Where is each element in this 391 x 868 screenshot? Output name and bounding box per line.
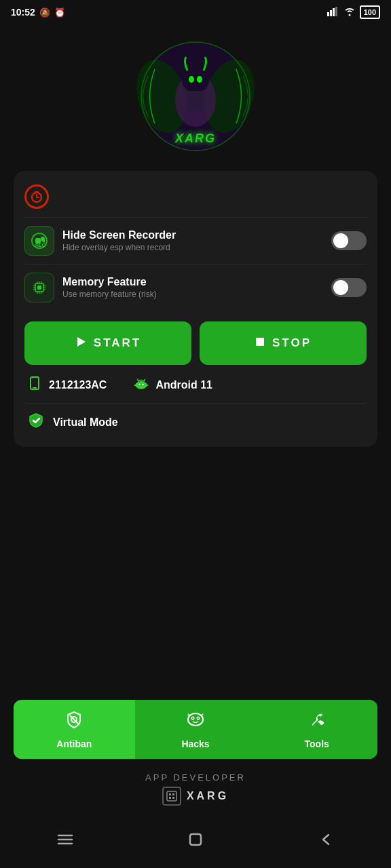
svg-rect-0 [327,12,329,16]
developer-brand: XARG [0,787,391,806]
svg-rect-25 [37,285,41,290]
svg-rect-41 [33,387,37,389]
svg-line-46 [138,380,139,382]
svg-point-55 [192,717,193,719]
svg-rect-43 [136,383,147,387]
svg-rect-67 [190,834,201,845]
feature-memory-text: Memory Feature Use memory feature (risk) [62,276,157,299]
feature-hide-recorder-text: Hide Screen Recorder Hide overlay esp wh… [62,229,176,252]
tab-hacks-label: Hacks [181,738,209,749]
button-row: START STOP [24,321,367,365]
virtual-mode-text: Virtual Mode [53,416,118,429]
device-id-item: 2112123AC [27,376,107,395]
brand-name: XARG [187,790,229,802]
logo-container: XARG [134,35,257,157]
phone-icon [27,376,42,395]
hacks-icon [185,709,206,734]
status-left: 10:52 🔕 ⏰ [11,7,65,18]
toggle-memory[interactable] [331,278,367,297]
svg-text:XARG: XARG [174,132,216,145]
battery-indicator: 100 [360,5,380,19]
bottom-tabs: Antiban Hacks Tools [14,700,377,759]
start-label: START [94,336,141,350]
svg-line-57 [188,714,190,716]
stop-label: STOP [272,336,312,350]
tab-antiban-label: Antiban [56,738,92,749]
back-button[interactable] [311,825,341,854]
svg-point-10 [189,76,194,83]
timer-row [24,182,367,217]
svg-line-58 [201,714,203,716]
svg-point-44 [139,384,141,385]
svg-rect-3 [335,7,337,16]
svg-line-47 [144,380,145,382]
logo-area: XARG [0,22,391,164]
android-version-item: Android 11 [134,376,212,395]
feature-hide-recorder-left: REC Hide Screen Recorder Hide overlay es… [24,226,176,256]
svg-point-11 [197,76,202,83]
device-id-text: 2112123AC [49,379,107,391]
main-card: REC Hide Screen Recorder Hide overlay es… [14,171,377,447]
device-info-row: 2112123AC Android 11 [24,365,367,400]
tab-antiban[interactable]: Antiban [14,700,135,759]
home-button[interactable] [181,825,210,854]
feature-hide-recorder-title: Hide Screen Recorder [62,229,176,241]
status-bar: 10:52 🔕 ⏰ 100 [0,0,391,22]
developer-footer: App Developer XARG [0,766,391,816]
mute-icon: 🔕 [39,7,50,18]
shield-check-icon [27,412,45,433]
android-version-text: Android 11 [155,379,212,391]
developer-label: App Developer [0,772,391,783]
cpu-icon-box [24,273,54,302]
svg-rect-62 [169,797,171,799]
signal-icon [327,7,339,18]
timer-icon [24,184,49,209]
menu-button[interactable] [50,825,80,854]
svg-point-52 [188,713,203,726]
antiban-icon [64,709,84,734]
feature-memory: Memory Feature Use memory feature (risk) [24,264,367,311]
svg-rect-12 [187,91,204,111]
feature-hide-screen-recorder: REC Hide Screen Recorder Hide overlay es… [24,217,367,264]
feature-hide-recorder-subtitle: Hide overlay esp when record [62,243,176,252]
toggle-hide-recorder[interactable] [331,231,367,250]
rec-icon-box: REC [24,226,54,256]
svg-point-56 [198,717,199,719]
svg-point-4 [348,14,350,16]
stop-icon [255,336,265,351]
system-nav [0,816,391,868]
alarm-icon: ⏰ [54,7,65,18]
svg-rect-63 [172,797,174,799]
svg-rect-61 [172,793,174,795]
svg-rect-1 [330,10,332,16]
svg-rect-59 [167,791,176,801]
svg-rect-2 [333,8,335,16]
svg-rect-60 [169,793,171,795]
logo-svg: XARG [134,35,257,157]
stop-button[interactable]: STOP [200,321,367,365]
toggle-hide-recorder-slider [331,231,367,250]
status-right: 100 [327,5,380,19]
time-display: 10:52 [11,7,35,18]
feature-memory-title: Memory Feature [62,276,157,288]
tab-tools[interactable]: Tools [256,700,377,759]
start-icon [75,336,87,351]
virtual-mode-row: Virtual Mode [24,403,367,436]
feature-memory-left: Memory Feature Use memory feature (risk) [24,273,157,302]
android-icon [134,376,149,395]
toggle-memory-slider [331,278,367,297]
brand-icon-box [162,787,181,806]
tab-tools-label: Tools [305,738,329,749]
svg-text:REC: REC [35,243,45,248]
svg-rect-39 [256,338,264,346]
svg-point-45 [143,384,144,385]
start-button[interactable]: START [24,321,191,365]
svg-marker-38 [77,337,86,347]
wifi-icon [343,7,356,18]
tools-icon [307,709,327,734]
feature-memory-subtitle: Use memory feature (risk) [62,290,157,299]
tab-hacks[interactable]: Hacks [135,700,257,759]
